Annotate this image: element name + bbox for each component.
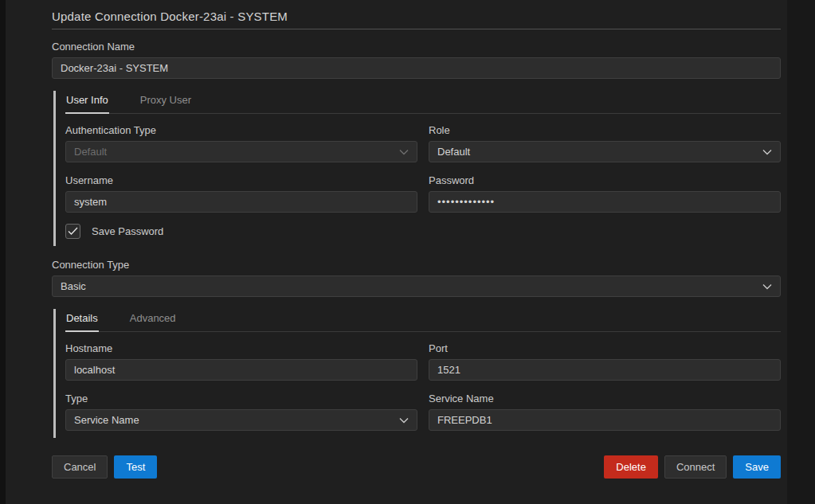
port-label: Port xyxy=(429,342,781,354)
port-field: Port xyxy=(429,342,781,381)
user-info-group: User Info Proxy User Authentication Type… xyxy=(53,91,781,246)
service-name-label: Service Name xyxy=(429,393,781,404)
role-select[interactable]: Default xyxy=(429,141,781,162)
type-select[interactable]: Service Name xyxy=(65,409,417,431)
role-value: Default xyxy=(437,146,470,158)
hostname-label: Hostname xyxy=(65,342,417,354)
save-button[interactable]: Save xyxy=(733,455,781,479)
hostname-input[interactable] xyxy=(65,359,417,381)
window-edge-gutter xyxy=(0,0,6,504)
hostname-field: Hostname xyxy=(65,342,417,381)
port-input[interactable] xyxy=(429,359,781,381)
connection-type-value: Basic xyxy=(61,280,86,292)
test-button[interactable]: Test xyxy=(114,455,157,479)
type-label: Type xyxy=(65,393,417,404)
action-buttons: Cancel Test Delete Connect Save xyxy=(52,455,781,479)
cancel-button[interactable]: Cancel xyxy=(52,455,108,479)
save-password-option[interactable]: Save Password xyxy=(65,224,781,239)
password-label: Password xyxy=(429,174,781,186)
chevron-down-icon xyxy=(399,417,409,424)
detail-tabs: Details Advanced xyxy=(65,309,781,332)
password-input[interactable] xyxy=(429,191,781,213)
chevron-down-icon xyxy=(762,149,772,155)
details-group: Details Advanced Hostname Port Type Serv… xyxy=(53,309,781,438)
authentication-type-value: Default xyxy=(74,146,107,158)
save-password-checkbox[interactable] xyxy=(65,224,80,239)
page-title: Update Connection Docker-23ai - SYSTEM xyxy=(52,10,781,23)
service-name-input[interactable] xyxy=(429,409,781,431)
tab-user-info[interactable]: User Info xyxy=(65,91,109,114)
username-input[interactable] xyxy=(65,191,417,213)
connection-name-field: Connection Name xyxy=(52,41,781,79)
role-field: Role Default xyxy=(429,124,781,162)
connection-name-input[interactable] xyxy=(52,57,781,79)
connect-button[interactable]: Connect xyxy=(664,455,727,479)
connection-name-label: Connection Name xyxy=(52,41,781,53)
tab-details[interactable]: Details xyxy=(65,309,99,332)
username-field: Username xyxy=(65,174,417,213)
delete-button[interactable]: Delete xyxy=(604,455,658,479)
authentication-type-field: Authentication Type Default xyxy=(65,124,417,162)
tab-advanced[interactable]: Advanced xyxy=(129,309,177,332)
service-name-field: Service Name xyxy=(429,393,781,431)
username-label: Username xyxy=(65,174,417,186)
connection-type-field: Connection Type Basic xyxy=(52,259,781,297)
checkmark-icon xyxy=(68,227,78,236)
authentication-type-select[interactable]: Default xyxy=(65,141,417,162)
user-tabs: User Info Proxy User xyxy=(65,91,781,114)
connection-type-label: Connection Type xyxy=(52,259,781,271)
password-field: Password xyxy=(429,174,781,213)
save-password-label: Save Password xyxy=(92,225,163,237)
tab-proxy-user[interactable]: Proxy User xyxy=(139,91,192,114)
connection-type-select[interactable]: Basic xyxy=(52,275,781,297)
role-label: Role xyxy=(429,124,781,136)
type-value: Service Name xyxy=(74,414,139,426)
chevron-down-icon xyxy=(762,283,772,290)
type-field: Type Service Name xyxy=(65,393,417,431)
update-connection-panel: Update Connection Docker-23ai - SYSTEM C… xyxy=(6,0,787,504)
title-divider xyxy=(52,29,781,29)
authentication-type-label: Authentication Type xyxy=(65,124,417,136)
chevron-down-icon xyxy=(399,149,409,155)
